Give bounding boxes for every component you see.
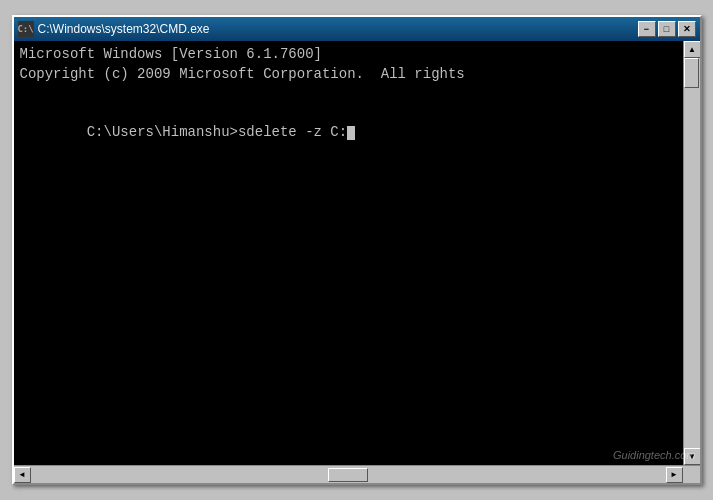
title-bar-controls: − □ ✕ — [638, 21, 696, 37]
scroll-up-button[interactable]: ▲ — [684, 41, 700, 58]
vertical-scrollbar: ▲ ▼ — [683, 41, 700, 465]
scroll-h-thumb[interactable] — [328, 468, 368, 482]
minimize-button[interactable]: − — [638, 21, 656, 37]
window-title: C:\Windows\system32\CMD.exe — [38, 22, 210, 36]
console-line-3 — [20, 84, 677, 104]
scroll-thumb[interactable] — [684, 58, 699, 88]
title-bar-left: C:\ C:\Windows\system32\CMD.exe — [18, 21, 210, 37]
cursor — [347, 126, 355, 140]
scroll-h-track[interactable] — [31, 468, 666, 482]
console-line-2: Copyright (c) 2009 Microsoft Corporation… — [20, 65, 677, 85]
scroll-track[interactable] — [684, 58, 700, 448]
scroll-left-button[interactable]: ◄ — [14, 467, 31, 483]
title-bar: C:\ C:\Windows\system32\CMD.exe − □ ✕ — [14, 17, 700, 41]
restore-button[interactable]: □ — [658, 21, 676, 37]
console-line-4: C:\Users\Himanshu>sdelete -z C: — [20, 104, 677, 163]
cmd-window: C:\ C:\Windows\system32\CMD.exe − □ ✕ Mi… — [12, 15, 702, 485]
scroll-right-button[interactable]: ► — [666, 467, 683, 483]
window-icon: C:\ — [18, 21, 34, 37]
scroll-down-button[interactable]: ▼ — [684, 448, 700, 465]
window-body: Microsoft Windows [Version 6.1.7600] Cop… — [14, 41, 700, 465]
console-area[interactable]: Microsoft Windows [Version 6.1.7600] Cop… — [14, 41, 683, 465]
console-line-1: Microsoft Windows [Version 6.1.7600] — [20, 45, 677, 65]
close-button[interactable]: ✕ — [678, 21, 696, 37]
horizontal-scrollbar: ◄ ► — [14, 465, 700, 483]
scrollbar-corner — [683, 467, 700, 483]
